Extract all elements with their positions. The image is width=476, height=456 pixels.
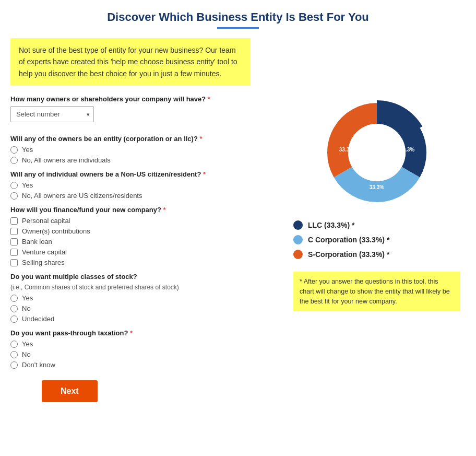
right-column: 33.3% 33.3% 33.3% LLC (33.3%) * C Corpor… [288,95,466,311]
q6-option-dontknow[interactable]: Don't know [10,361,278,369]
chart-legend: LLC (33.3%) * C Corporation (33.3%) * S-… [288,220,466,264]
q4-check-shares[interactable] [10,259,18,266]
chart-note: * After you answer the questions in this… [293,272,460,311]
q6-radio-no[interactable] [10,351,18,358]
q4-check-bank[interactable] [10,238,18,245]
q6-no-label: No [22,350,31,358]
q5-no-label: No [22,305,31,312]
question-6: Do you want pass-through taxation? * Yes… [10,329,278,369]
q2-no-label: No, All owners are individuals [22,156,111,164]
q5-sublabel: (i.e., Common shares of stock and prefer… [10,284,278,291]
q4-checkbox-group: Personal capital Owner(s) contributions … [10,217,278,266]
q1-select-wrapper: Select number 1 2 3 4 5+ ▾ [10,106,94,122]
q6-required: * [130,329,133,337]
main-layout: How many owners or shareholders your com… [10,95,466,402]
q2-radio-group: Yes No, All owners are individuals [10,146,278,164]
q6-radio-dontknow[interactable] [10,361,18,369]
q5-radio-group: Yes No Undecided [10,294,278,323]
q6-dontknow-label: Don't know [22,361,55,369]
legend-scorp: S-Corporation (33.3%) * [293,250,466,259]
q5-option-undecided[interactable]: Undecided [10,315,278,323]
legend-llc: LLC (33.3%) * [293,220,466,230]
q5-radio-yes[interactable] [10,295,18,302]
question-5: Do you want multiple classes of stock? (… [10,273,278,323]
donut-center [348,124,406,181]
q4-check-personal[interactable] [10,217,18,225]
scorp-percent-label: 33.3% [339,147,354,153]
q5-label: Do you want multiple classes of stock? [10,273,278,280]
q4-option-owner[interactable]: Owner(s) contributions [10,227,278,235]
q6-option-no[interactable]: No [10,350,278,358]
llc-legend-label: LLC (33.3%) * [308,221,354,229]
q4-label: How will you finance/fund your new compa… [10,206,278,214]
question-4: How will you finance/fund your new compa… [10,206,278,266]
legend-ccorp: C Corporation (33.3%) * [293,235,466,244]
q2-yes-label: Yes [22,146,33,154]
next-button[interactable]: Next [42,380,98,402]
q1-required: * [208,95,210,103]
q2-option-no[interactable]: No, All owners are individuals [10,156,278,164]
q6-option-yes[interactable]: Yes [10,340,278,348]
q6-label: Do you want pass-through taxation? * [10,329,278,337]
q5-option-yes[interactable]: Yes [10,294,278,302]
q3-label: Will any of individual owners be a Non-U… [10,170,278,178]
title-underline [217,27,259,29]
q3-yes-label: Yes [22,181,33,189]
q4-venture-label: Venture capital [22,248,67,256]
q4-check-venture[interactable] [10,249,18,256]
q2-radio-yes[interactable] [10,146,18,154]
q5-option-no[interactable]: No [10,305,278,312]
q5-undecided-label: Undecided [22,315,54,323]
q5-radio-undecided[interactable] [10,315,18,323]
llc-dot [293,220,303,230]
ccorp-dot [293,235,303,244]
highlight-box: Not sure of the best type of entity for … [10,38,251,86]
q6-radio-yes[interactable] [10,341,18,348]
q4-option-venture[interactable]: Venture capital [10,248,278,256]
q4-shares-label: Selling shares [22,259,65,266]
q3-radio-yes[interactable] [10,182,18,189]
q2-required: * [199,135,202,143]
question-1: How many owners or shareholders your com… [10,95,278,130]
q4-owner-label: Owner(s) contributions [22,227,90,235]
q1-label: How many owners or shareholders your com… [10,95,278,103]
left-column: How many owners or shareholders your com… [10,95,278,402]
scorp-dot [293,250,303,259]
q4-check-owner[interactable] [10,228,18,235]
question-2: Will any of the owners be an entity (cor… [10,135,278,164]
q2-radio-no[interactable] [10,157,18,164]
question-3: Will any of individual owners be a Non-U… [10,170,278,200]
q2-option-yes[interactable]: Yes [10,146,278,154]
q4-personal-label: Personal capital [22,217,70,225]
q4-option-personal[interactable]: Personal capital [10,217,278,225]
q3-option-yes[interactable]: Yes [10,181,278,189]
q4-required: * [163,206,166,214]
q3-radio-no[interactable] [10,192,18,200]
q5-radio-no[interactable] [10,305,18,312]
q3-option-no[interactable]: No, All owners are US citizens/residents [10,192,278,200]
donut-chart: 33.3% 33.3% 33.3% [319,95,434,210]
ccorp-percent-label: 33.3% [370,184,384,190]
q3-no-label: No, All owners are US citizens/residents [22,192,142,200]
page-title: Discover Which Business Entity Is Best F… [10,10,466,24]
q3-required: * [203,170,206,178]
q2-label: Will any of the owners be an entity (cor… [10,135,278,143]
q4-option-shares[interactable]: Selling shares [10,259,278,266]
q4-option-bank[interactable]: Bank loan [10,238,278,245]
q5-yes-label: Yes [22,294,33,302]
ccorp-legend-label: C Corporation (33.3%) * [308,236,389,244]
q3-radio-group: Yes No, All owners are US citizens/resid… [10,181,278,200]
q4-bank-label: Bank loan [22,238,52,245]
q6-radio-group: Yes No Don't know [10,340,278,369]
donut-chart-svg: 33.3% 33.3% 33.3% [319,95,434,210]
llc-percent-label: 33.3% [400,147,414,153]
q6-yes-label: Yes [22,340,33,348]
scorp-legend-label: S-Corporation (33.3%) * [308,250,389,259]
q1-select[interactable]: Select number 1 2 3 4 5+ [10,106,94,122]
